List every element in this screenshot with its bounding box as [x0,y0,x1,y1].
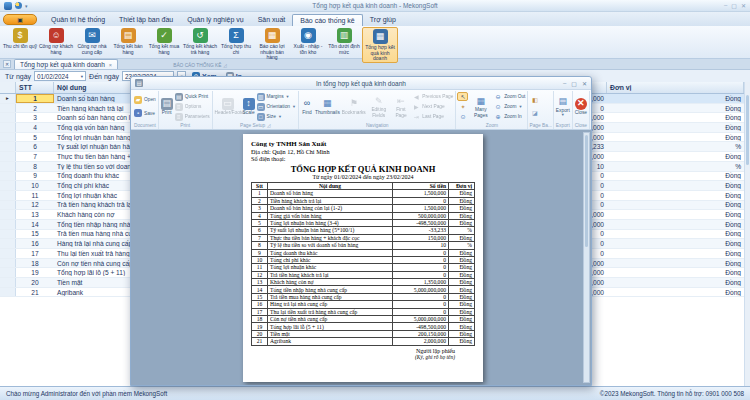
hand-tool-button[interactable]: ✦ [457,102,468,111]
ribbon-button-purchase-summary[interactable]: ✓Tổng kết mua hàng [146,27,182,63]
ribbon-tab-4[interactable]: Sản xuất [251,14,293,26]
toolbar-group-navigation: ∞Find▦Thumbnails⚑Bookmarks✎Editing Field… [299,91,456,129]
export-button[interactable]: ▤Export▼ [555,91,571,122]
doc-cell-don-vi: % [449,242,475,249]
document-tab-active[interactable]: Tổng hợp kết quả kinh doanh × [14,59,118,69]
row-indicator [0,278,16,287]
find-button[interactable]: ∞Find [300,91,314,122]
save-button[interactable]: ▪Save [133,109,157,118]
ribbon-button-supplier-debt[interactable]: ✉Công nợ nhà cung cấp [74,27,110,63]
preview-close-button[interactable]: ✕ [582,80,587,87]
magnifier-button[interactable]: ⊙ [457,112,468,121]
preview-maximize-button[interactable]: ▢ [571,80,577,87]
ribbon-button-returns-summary[interactable]: ↺Tổng kết khách trả hàng [182,27,218,63]
grid-vertical-scrollbar[interactable] [744,82,750,386]
close-button[interactable]: ✕Close [574,91,588,122]
company-name: Công ty TNHH Sản Xuất [251,140,475,148]
ribbon-tab-6[interactable]: Trợ giúp [363,14,403,26]
magnifier-icon: ⊙ [459,113,467,121]
ribbon-button-label: Tổng kết bán hàng [110,44,146,55]
application-menu-button[interactable]: ▣ [3,14,37,25]
size-button[interactable]: □Size▼ [256,112,297,121]
doc-cell-noi-dung: Tổng tiền nhập hàng nhà cung cấp [268,286,393,293]
ribbon-tab-3[interactable]: Quản lý nghiệp vụ [180,14,250,26]
doc-cell-noi-dung: Tổng chi phí khác [268,256,393,263]
ribbon-tab-5[interactable]: Báo cáo thống kê [292,14,363,26]
from-date-dropdown-icon[interactable]: ▾ [81,74,83,79]
open-button[interactable]: ▰Open [133,95,157,104]
doc-cell-so-tien: 200,150,000 [393,330,449,337]
document-tab-close-icon[interactable]: × [109,62,112,68]
doc-cell-don-vi: Đồng [449,212,475,219]
doc-cell-don-vi: Đồng [449,308,475,315]
ribbon-button-profit-report[interactable]: ▦Báo cáo lợi nhuận bán hàng [254,27,290,63]
preview-titlebar[interactable]: ▤ In tổng hợp kết quả kinh doanh – ▢ ✕ [131,77,591,90]
ribbon-button-sales-summary[interactable]: ▤Tổng kết bán hàng [110,27,146,63]
ribbon-button-business-result[interactable]: ▦Tổng hợp kết quả kinh doanh [362,27,398,63]
doc-cell-so-tien: 0 [393,249,449,256]
ribbon-button-income-expense[interactable]: ΣTổng hợp thu chi [218,27,254,63]
doc-cell-stt: 7 [252,234,268,241]
ribbon-button-row: $Thu chi tồn quỹ☺Công nợ khách hàng✉Công… [2,27,398,63]
to-date-label: Đến ngày [89,73,119,80]
doc-cell-so-tien: 1,500,000 [393,190,449,197]
profit-report-icon: ▦ [265,28,280,43]
print-icon: ▤ [161,98,173,110]
zoom-button[interactable]: ⊙Zoom▼ [493,102,526,111]
cell-stt: 5 [16,133,54,142]
first-page-icon: ⇤ [395,95,407,107]
window-minimize-button[interactable]: – [724,2,727,9]
ribbon-tab-1[interactable]: Quản trị hệ thống [44,14,112,26]
quick-print-button[interactable]: ▤Quick Print [174,92,211,101]
row-indicator [0,230,16,239]
doc-cell-noi-dung: Tổng lợi nhuận bán hàng (3-4) [268,219,393,226]
cell-stt: 12 [16,201,54,210]
thumbnails-icon: ▦ [321,98,333,110]
thumbnails-button[interactable]: ▦Thumbnails [314,91,341,122]
print-button[interactable]: ▤Print [160,91,174,122]
page-color-button[interactable]: ◧ [529,95,540,104]
doc-header-don-vi: Đơn vị [449,183,475,190]
ribbon-group-launcher-icon[interactable]: ◿ [223,63,226,68]
ribbon-button-inventory[interactable]: ◉Xuất - nhập - tồn kho [290,27,326,63]
doc-cell-so-tien: 2,000,000 [393,338,449,345]
watermark-button[interactable]: ◪ [529,109,540,118]
doc-cell-noi-dung: Hàng trả lại nhà cung cấp [268,301,393,308]
ribbon-button-coins[interactable]: $Thu chi tồn quỹ [2,27,38,63]
group-dialog-launcher-icon[interactable]: ◿ [267,123,270,128]
doc-table-row: 2Tiền hàng khách trả lại0Đồng [252,197,475,204]
margins-button[interactable]: ▥Margins▼ [256,92,297,101]
doc-cell-don-vi: Đồng [449,301,475,308]
cell-stt: 11 [16,191,54,200]
grid-header-don-vi[interactable]: Đơn vị [607,82,744,93]
ribbon-content: $Thu chi tồn quỹ☺Công nợ khách hàng✉Công… [0,26,750,59]
toolbar-group-zoom: ↖✦⊙▦Many Pages⊖Zoom Out⊙Zoom▼⊕Zoom InZoo… [456,91,528,129]
cell-stt: 1 [16,94,54,103]
zoom-out-button[interactable]: ⊖Zoom Out [493,92,526,101]
many-pages-button[interactable]: ▦Many Pages [468,91,493,122]
doc-cell-stt: 21 [252,338,268,345]
doc-cell-so-tien: 5,000,000,000 [393,316,449,323]
ribbon-button-customer-debt[interactable]: ☺Công nợ khách hàng [38,27,74,63]
preview-scrollbar-thumb[interactable] [585,135,588,247]
preview-vertical-scrollbar[interactable] [583,132,590,383]
scale-button[interactable]: ↕Scale [242,91,256,122]
ribbon-tab-2[interactable]: Thiết lập ban đầu [112,14,180,26]
window-close-button[interactable]: ✕ [741,2,746,9]
ribbon-button-low-stock-chart[interactable]: ▥Tồn dưới định mức [326,27,362,63]
toolbar-group-label: Zoom [457,122,526,129]
ribbon-button-label: Công nợ nhà cung cấp [74,44,110,55]
row-indicator [0,210,16,219]
orientation-button[interactable]: ▭Orientation▼ [256,102,297,111]
close-all-tabs-button[interactable]: ✕ [3,60,11,68]
cell-stt: 13 [16,210,54,219]
grid-scrollbar-thumb[interactable] [746,95,749,165]
zoom-in-button[interactable]: ⊕Zoom In [493,112,526,121]
preview-minimize-button[interactable]: – [563,80,566,87]
cell-don-vi: Đồng [607,250,744,257]
pointer-button[interactable]: ↖ [457,92,468,101]
window-maximize-button[interactable]: ▢ [731,2,737,9]
from-date-input[interactable]: 01/02/2024 ▾ [34,71,86,81]
grid-header-stt[interactable]: STT [16,82,54,93]
inventory-icon: ◉ [301,28,316,43]
